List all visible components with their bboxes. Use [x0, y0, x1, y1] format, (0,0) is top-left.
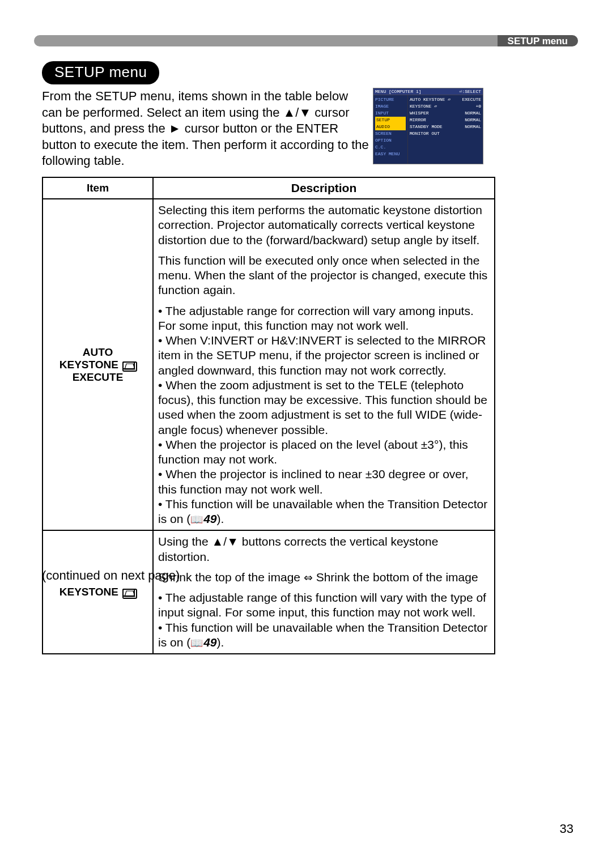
- osd-top-left: MENU [COMPUTER 1]: [375, 89, 422, 94]
- osd-left-item: C.C.: [375, 144, 406, 151]
- item-line: AUTO: [48, 346, 148, 359]
- table-desc-cell: Using the ▲/▼ buttons corrects the verti…: [153, 530, 495, 654]
- continued-note: (continued on next page): [42, 568, 180, 583]
- osd-right-row: AUTO KEYSTONE ▱EXECUTE: [410, 96, 481, 103]
- desc-paragraph: Using the ▲/▼ buttons corrects the verti…: [158, 534, 490, 564]
- osd-right-row: KEYSTONE ▱+0: [410, 103, 481, 110]
- osd-left-item: PICTURE: [375, 96, 406, 103]
- double-arrow-icon: ⇔: [304, 572, 313, 584]
- osd-left-item: SCREEN: [375, 130, 406, 137]
- table-head-item: Item: [42, 177, 153, 199]
- table-desc-cell: Selecting this item performs the automat…: [153, 199, 495, 530]
- table-head-desc: Description: [153, 177, 495, 199]
- page-number: 33: [560, 822, 573, 836]
- desc-paragraph: • The adjustable range for correction wi…: [158, 304, 490, 527]
- page-ref: 49: [203, 512, 216, 525]
- osd-left-item: IMAGE: [375, 103, 406, 110]
- osd-left-item: AUDIO: [375, 124, 406, 130]
- osd-right-col: AUTO KEYSTONE ▱EXECUTEKEYSTONE ▱+0WHISPE…: [407, 95, 483, 164]
- desc-paragraph: This function will be executed only once…: [158, 253, 490, 298]
- page-ref: 49: [203, 636, 216, 649]
- osd-top-right: ⏎:SELECT: [460, 89, 481, 94]
- osd-left-col: PICTUREIMAGEINPUTSETUPAUDIOSCREENOPTIONC…: [373, 95, 407, 164]
- osd-left-item: OPTION: [375, 137, 406, 144]
- osd-right-row: WHISPERNORMAL: [410, 110, 481, 117]
- table-item-cell: KEYSTONE: [42, 530, 153, 654]
- keystone-icon: [122, 589, 135, 597]
- table-row: KEYSTONE Using the ▲/▼ buttons corrects …: [42, 530, 495, 654]
- osd-right-row: MONITOR OUT: [410, 130, 481, 137]
- header-bar-label: SETUP menu: [498, 35, 578, 46]
- osd-left-item: SETUP: [375, 117, 406, 124]
- header-bar: SETUP menu: [34, 35, 578, 46]
- desc-paragraph: Selecting this item performs the automat…: [158, 203, 490, 248]
- section-title: SETUP menu: [42, 61, 159, 84]
- table-item-cell: AUTOKEYSTONE EXECUTE: [42, 199, 153, 530]
- header-bar-gray: [34, 35, 498, 46]
- book-icon: 📖: [190, 637, 203, 650]
- item-line: KEYSTONE: [48, 359, 148, 371]
- osd-left-item: EASY MENU: [375, 151, 406, 158]
- osd-right-row: STANDBY MODENORMAL: [410, 124, 481, 130]
- keystone-icon: [122, 361, 135, 369]
- osd-menu-screenshot: MENU [COMPUTER 1] ⏎:SELECT PICTUREIMAGEI…: [373, 88, 483, 164]
- book-icon: 📖: [190, 513, 203, 526]
- intro-text: From the SETUP menu, items shown in the …: [42, 88, 371, 169]
- desc-paragraph: Shrink the top of the image ⇔ Shrink the…: [158, 570, 490, 585]
- osd-right-row: MIRRORNORMAL: [410, 117, 481, 124]
- osd-left-item: INPUT: [375, 110, 406, 117]
- item-line: EXECUTE: [48, 371, 148, 384]
- desc-paragraph: • The adjustable range of this function …: [158, 590, 490, 650]
- table-row: AUTOKEYSTONE EXECUTESelecting this item …: [42, 199, 495, 530]
- item-line: KEYSTONE: [48, 586, 148, 598]
